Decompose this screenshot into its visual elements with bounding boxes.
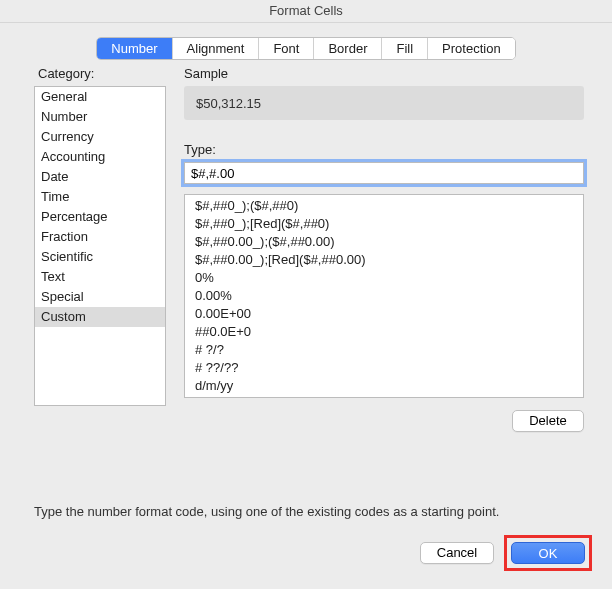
format-item[interactable]: # ?/? bbox=[185, 341, 583, 359]
category-item-text[interactable]: Text bbox=[35, 267, 165, 287]
tab-border[interactable]: Border bbox=[314, 38, 382, 59]
delete-button[interactable]: Delete bbox=[512, 410, 584, 432]
format-item[interactable]: 0.00E+00 bbox=[185, 305, 583, 323]
format-item[interactable]: $#,##0_);[Red]($#,##0) bbox=[185, 215, 583, 233]
category-item-custom[interactable]: Custom bbox=[35, 307, 165, 327]
category-item-fraction[interactable]: Fraction bbox=[35, 227, 165, 247]
category-item-special[interactable]: Special bbox=[35, 287, 165, 307]
help-text: Type the number format code, using one o… bbox=[34, 504, 584, 519]
format-item[interactable]: $#,##0.00_);[Red]($#,##0.00) bbox=[185, 251, 583, 269]
tab-protection[interactable]: Protection bbox=[428, 38, 515, 59]
format-item[interactable]: 0% bbox=[185, 269, 583, 287]
type-input[interactable] bbox=[184, 162, 584, 184]
ok-button[interactable]: OK bbox=[511, 542, 585, 564]
category-item-currency[interactable]: Currency bbox=[35, 127, 165, 147]
tab-font[interactable]: Font bbox=[259, 38, 314, 59]
dialog-title: Format Cells bbox=[0, 0, 612, 23]
category-item-time[interactable]: Time bbox=[35, 187, 165, 207]
category-item-number[interactable]: Number bbox=[35, 107, 165, 127]
category-item-date[interactable]: Date bbox=[35, 167, 165, 187]
tab-bar: Number Alignment Font Border Fill Protec… bbox=[0, 37, 612, 60]
format-item[interactable]: # ??/?? bbox=[185, 359, 583, 377]
type-label: Type: bbox=[184, 142, 216, 157]
ok-highlight: OK bbox=[504, 535, 592, 571]
format-item[interactable]: d/m/yy bbox=[185, 377, 583, 395]
tab-number[interactable]: Number bbox=[97, 38, 172, 59]
tab-alignment[interactable]: Alignment bbox=[173, 38, 260, 59]
category-item-general[interactable]: General bbox=[35, 87, 165, 107]
format-item[interactable]: ##0.0E+0 bbox=[185, 323, 583, 341]
category-item-accounting[interactable]: Accounting bbox=[35, 147, 165, 167]
format-item[interactable]: $#,##0_);($#,##0) bbox=[185, 197, 583, 215]
format-cells-dialog: Format Cells Number Alignment Font Borde… bbox=[0, 0, 612, 589]
format-code-list[interactable]: $#,##0_);($#,##0) $#,##0_);[Red]($#,##0)… bbox=[184, 194, 584, 398]
tab-fill[interactable]: Fill bbox=[382, 38, 428, 59]
cancel-button[interactable]: Cancel bbox=[420, 542, 494, 564]
format-item[interactable]: 0.00% bbox=[185, 287, 583, 305]
category-list[interactable]: General Number Currency Accounting Date … bbox=[34, 86, 166, 406]
sample-label: Sample bbox=[184, 66, 228, 81]
category-label: Category: bbox=[38, 66, 94, 81]
format-item[interactable]: $#,##0.00_);($#,##0.00) bbox=[185, 233, 583, 251]
category-item-percentage[interactable]: Percentage bbox=[35, 207, 165, 227]
sample-value: $50,312.15 bbox=[184, 86, 584, 120]
category-item-scientific[interactable]: Scientific bbox=[35, 247, 165, 267]
